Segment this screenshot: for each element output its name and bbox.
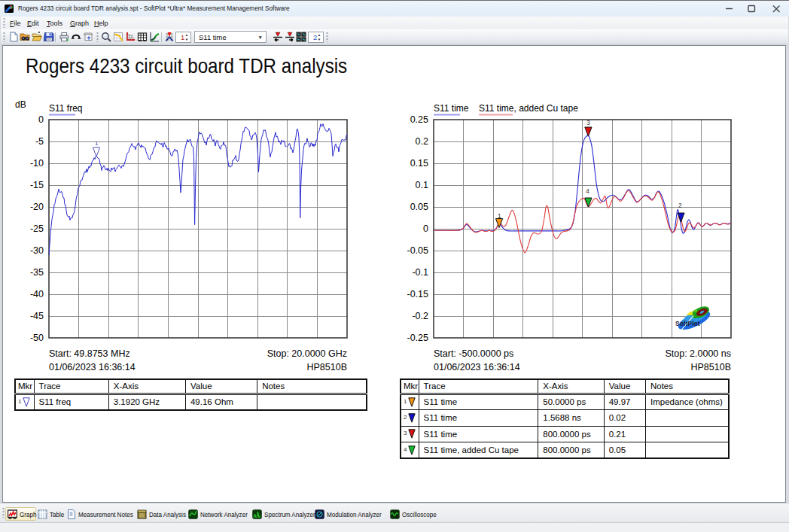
- svg-text:1: 1: [95, 140, 99, 147]
- svg-text:-35: -35: [30, 267, 44, 278]
- svg-text:SoftPlot: SoftPlot: [675, 320, 700, 327]
- svg-text:01/06/2023 16:36:14: 01/06/2023 16:36:14: [49, 362, 136, 372]
- svg-text:S11 time: S11 time: [434, 103, 469, 114]
- svg-text:Start: -500.0000 ps: Start: -500.0000 ps: [434, 348, 513, 359]
- svg-text:-30: -30: [30, 245, 44, 256]
- svg-text:01/06/2023 16:36:14: 01/06/2023 16:36:14: [434, 362, 520, 372]
- svg-text:Start: 49.8753 MHz: Start: 49.8753 MHz: [49, 348, 130, 359]
- svg-text:-20: -20: [30, 202, 44, 212]
- svg-text:S11 time, added Cu tape: S11 time, added Cu tape: [479, 103, 578, 114]
- svg-text:0.1: 0.1: [416, 180, 428, 190]
- svg-text:0.05: 0.05: [410, 202, 428, 212]
- svg-text:4: 4: [586, 187, 589, 195]
- svg-text:0: 0: [38, 114, 44, 125]
- svg-text:-40: -40: [30, 289, 44, 299]
- svg-text:0.2: 0.2: [416, 136, 428, 147]
- svg-text:dB: dB: [15, 99, 26, 110]
- svg-text:-0.2: -0.2: [412, 311, 428, 321]
- svg-text:-0.15: -0.15: [407, 289, 429, 299]
- svg-text:-0.25: -0.25: [407, 333, 429, 343]
- svg-text:-0.1: -0.1: [412, 267, 428, 278]
- svg-text:0.25: 0.25: [410, 114, 428, 125]
- svg-text:HP8510B: HP8510B: [690, 362, 731, 372]
- svg-text:-5: -5: [35, 136, 44, 147]
- svg-text:Stop: 2.0000 ns: Stop: 2.0000 ns: [665, 348, 731, 359]
- svg-text:HP8510B: HP8510B: [306, 362, 347, 372]
- svg-text:0.15: 0.15: [410, 158, 428, 169]
- svg-text:-10: -10: [30, 158, 44, 169]
- svg-text:S11 freq: S11 freq: [49, 103, 82, 114]
- svg-text:Stop: 20.0000 GHz: Stop: 20.0000 GHz: [267, 348, 347, 359]
- svg-text:-50: -50: [30, 333, 44, 343]
- svg-text:0: 0: [423, 223, 428, 234]
- svg-text:-25: -25: [30, 223, 44, 234]
- svg-text:-45: -45: [30, 311, 44, 321]
- svg-text:2: 2: [678, 202, 682, 209]
- svg-text:3: 3: [586, 119, 590, 126]
- svg-text:-0.05: -0.05: [407, 245, 429, 256]
- svg-text:-15: -15: [30, 180, 44, 190]
